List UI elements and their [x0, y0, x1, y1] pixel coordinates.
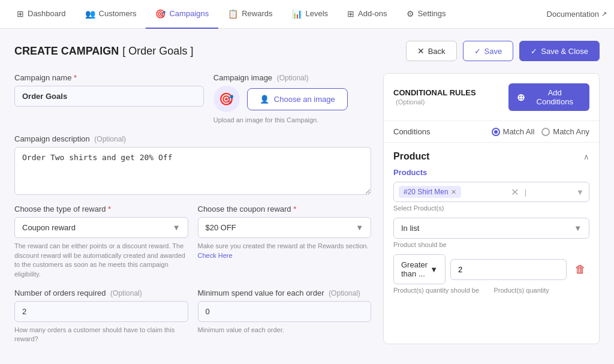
product-tag: #20 Shirt Men ✕	[399, 186, 461, 198]
product-sub-label: Products	[393, 168, 589, 177]
documentation-label: Documentation	[547, 10, 599, 19]
in-list-label: In list	[401, 224, 419, 233]
reward-type-select[interactable]: Coupon reward ▼	[14, 217, 188, 238]
page-header: CREATE CAMPAIGN [ Order Goals ] ✕ Back ✓…	[14, 41, 600, 61]
reward-type-value: Coupon reward	[22, 223, 76, 232]
min-spend-label: Minimum spend value for each order (Opti…	[198, 288, 372, 297]
chevron-down-icon: ▼	[173, 223, 180, 232]
back-icon: ✕	[417, 46, 425, 56]
campaign-image-label: Campaign image (Optional)	[213, 73, 371, 82]
reward-hint: The reward can be either points or a dis…	[14, 242, 188, 279]
campaign-name-group: Campaign name *	[14, 73, 204, 125]
nav-tab-rewards[interactable]: 📋 Rewards	[218, 0, 282, 29]
add-conditions-label: Add Conditions	[528, 88, 581, 106]
save-label: Save	[484, 47, 502, 56]
external-link-icon: ↗	[601, 10, 607, 18]
choose-image-button[interactable]: 👤 Choose an image	[247, 88, 348, 110]
save-button[interactable]: ✓ Save	[463, 41, 514, 61]
nav-tab-dashboard[interactable]: ⊞ Dashboard	[7, 0, 76, 29]
num-orders-input[interactable]	[14, 301, 188, 322]
customers-icon: 👥	[85, 9, 95, 19]
campaign-desc-group: Campaign description (Optional) Order Tw…	[14, 134, 371, 195]
coupon-reward-label: Choose the coupon reward *	[198, 204, 372, 213]
documentation-link[interactable]: Documentation ↗	[547, 10, 607, 19]
nav-tab-settings-label: Settings	[418, 9, 446, 18]
save-close-label: Save & Close	[541, 47, 588, 56]
min-spend-input[interactable]	[198, 301, 372, 322]
greater-than-label: Greater than ...	[401, 260, 430, 278]
reward-type-group: Choose the type of reward * Coupon rewar…	[14, 204, 188, 279]
product-tag-input[interactable]: #20 Shirt Men ✕ ✕ | ▼	[393, 182, 589, 202]
campaign-name-input[interactable]	[14, 86, 204, 107]
match-all-label: Match All	[503, 127, 535, 136]
plus-icon: ⊕	[517, 92, 525, 103]
image-target-icon: 🎯	[213, 86, 240, 112]
chevron-down-icon: ▼	[574, 224, 582, 233]
chevron-down-icon: ▼	[430, 265, 438, 274]
conditions-title: CONDITIONAL RULES	[393, 88, 476, 97]
product-condition-block: Product ∧ Products #20 Shirt Men ✕ ✕ | ▼…	[384, 143, 599, 302]
min-spend-group: Minimum spend value for each order (Opti…	[198, 288, 372, 344]
campaign-desc-label: Campaign description (Optional)	[14, 134, 371, 143]
products-qty-hint: Product(s) quantity should be	[393, 287, 489, 294]
match-options: Match All Match Any	[492, 127, 589, 136]
check-here-link[interactable]: Check Here	[198, 252, 233, 259]
match-row: Conditions Match All Match Any	[384, 121, 599, 143]
campaigns-icon: 🎯	[155, 9, 165, 19]
delete-condition-icon[interactable]: 🗑	[571, 260, 589, 279]
in-list-group: In list ▼ Product should be	[393, 218, 589, 248]
conditions-optional: (Optional)	[396, 98, 425, 106]
nav-tab-addons[interactable]: ⊞ Add-ons	[338, 0, 396, 29]
nav-tab-campaigns[interactable]: 🎯 Campaigns	[146, 0, 218, 29]
coupon-reward-group: Choose the coupon reward * $20 OFF ▼ Mak…	[198, 204, 372, 279]
nav-tab-addons-label: Add-ons	[358, 9, 387, 18]
num-orders-hint: How many orders a customer should have t…	[14, 326, 188, 344]
match-all-option[interactable]: Match All	[492, 127, 535, 136]
tag-value: #20 Shirt Men	[404, 188, 449, 196]
campaign-image-group: Campaign image (Optional) 🎯 👤 Choose an …	[213, 73, 371, 125]
greater-than-select[interactable]: Greater than ... ▼	[393, 254, 446, 284]
coupon-reward-select[interactable]: $20 OFF ▼	[198, 217, 372, 238]
header-buttons: ✕ Back ✓ Save ✓ Save & Close	[406, 41, 600, 61]
nav-tab-levels-label: Levels	[306, 9, 329, 18]
tag-remove-icon[interactable]: ✕	[451, 188, 456, 196]
match-any-radio[interactable]	[541, 128, 550, 136]
conditions-title-group: CONDITIONAL RULES (Optional)	[393, 88, 508, 106]
back-button[interactable]: ✕ Back	[406, 41, 457, 61]
nav-tab-customers[interactable]: 👥 Customers	[76, 0, 146, 29]
clear-tags-icon[interactable]: ✕	[511, 186, 519, 198]
image-icon: 👤	[260, 95, 269, 104]
quantity-input[interactable]	[450, 259, 567, 280]
save-close-button[interactable]: ✓ Save & Close	[519, 41, 600, 61]
quantity-hints-row: Product(s) quantity should be Product(s)…	[393, 287, 589, 294]
campaign-desc-textarea[interactable]: Order Two shirts and get 20% Off	[14, 147, 371, 195]
main-layout: Campaign name * Campaign image (Optional…	[14, 73, 600, 344]
num-orders-label: Number of orders required (Optional)	[14, 288, 188, 297]
product-should-be-hint: Product should be	[393, 241, 589, 248]
settings-icon: ⚙	[407, 9, 414, 19]
nav-tab-campaigns-label: Campaigns	[169, 9, 209, 18]
page-title: CREATE CAMPAIGN [ Order Goals ]	[14, 45, 193, 58]
image-hint: Upload an image for this Campaign.	[213, 116, 371, 125]
reward-row: Choose the type of reward * Coupon rewar…	[14, 204, 371, 279]
save-close-icon: ✓	[531, 47, 537, 56]
in-list-select[interactable]: In list ▼	[393, 218, 589, 239]
nav-tab-levels[interactable]: 📊 Levels	[282, 0, 338, 29]
dashboard-icon: ⊞	[17, 9, 24, 19]
product-collapse-icon[interactable]: ∧	[583, 152, 589, 161]
match-any-option[interactable]: Match Any	[541, 127, 589, 136]
tag-dropdown-icon[interactable]: ▼	[576, 188, 584, 197]
nav-tab-rewards-label: Rewards	[242, 9, 272, 18]
num-orders-group: Number of orders required (Optional) How…	[14, 288, 188, 344]
nav-tab-settings[interactable]: ⚙ Settings	[397, 0, 456, 29]
product-block-header: Product ∧	[393, 151, 589, 162]
nav-tab-dashboard-label: Dashboard	[28, 9, 66, 18]
campaign-name-label: Campaign name *	[14, 73, 204, 82]
product-block-title: Product	[393, 151, 429, 162]
match-all-radio[interactable]	[492, 128, 500, 136]
rewards-icon: 📋	[228, 9, 238, 19]
add-conditions-button[interactable]: ⊕ Add Conditions	[508, 83, 589, 111]
min-spend-hint: Minimum value of each order.	[198, 326, 372, 335]
chevron-down-icon: ▼	[356, 223, 363, 232]
page-title-main: CREATE CAMPAIGN	[14, 45, 119, 58]
